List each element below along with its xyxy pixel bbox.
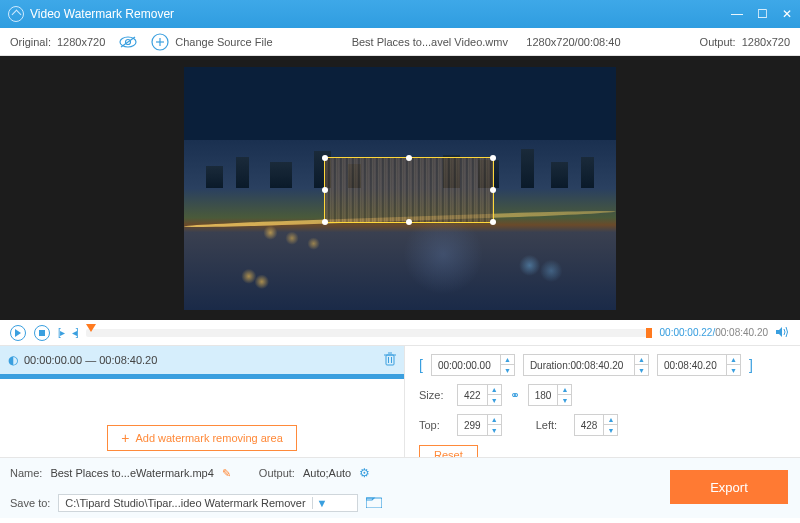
pos-left-input[interactable]: 428 ▲▼ [574, 414, 619, 436]
app-title: Video Watermark Remover [30, 7, 174, 21]
stop-button[interactable] [34, 325, 50, 341]
time-display: 00:00:00.22/00:08:40.20 [660, 327, 768, 338]
export-button[interactable]: Export [670, 470, 788, 504]
left-label: Left: [536, 419, 566, 431]
current-filename: Best Places to...avel Video.wmv [352, 36, 508, 48]
playback-bar: [▸ ◂] 00:00:00.22/00:08:40.20 [0, 320, 800, 346]
spin-up[interactable]: ▲ [635, 355, 648, 365]
resize-handle-sw[interactable] [322, 219, 328, 225]
original-label: Original: [10, 36, 51, 48]
segment-icon: ◐ [8, 353, 18, 367]
size-label: Size: [419, 389, 449, 401]
plus-icon: + [121, 430, 129, 446]
volume-icon[interactable] [776, 326, 790, 340]
size-width-input[interactable]: 422 ▲▼ [457, 384, 502, 406]
file-res-duration: 1280x720/00:08:40 [526, 36, 620, 48]
resize-handle-se[interactable] [490, 219, 496, 225]
toolbar: Original: 1280x720 Change Source File Be… [0, 28, 800, 56]
change-source-label: Change Source File [175, 36, 272, 48]
range-duration-input[interactable]: Duration:00:08:40.20 ▲▼ [523, 354, 649, 376]
change-source-button[interactable]: Change Source File [151, 33, 272, 51]
play-button[interactable] [10, 325, 26, 341]
total-time: 00:08:40.20 [715, 327, 768, 338]
end-marker[interactable] [646, 328, 652, 338]
name-label: Name: [10, 467, 42, 479]
app-logo-icon [8, 6, 24, 22]
current-time: 00:00:00.22 [660, 327, 713, 338]
mark-in-button[interactable]: [▸ [58, 327, 64, 338]
delete-segment-button[interactable] [384, 352, 396, 368]
plus-icon [151, 33, 169, 51]
link-aspect-icon[interactable]: ⚭ [510, 388, 520, 402]
output-resolution: Output: 1280x720 [700, 36, 790, 48]
resize-handle-ne[interactable] [490, 155, 496, 161]
spin-down[interactable]: ▼ [727, 365, 740, 375]
resize-handle-e[interactable] [490, 187, 496, 193]
size-height-input[interactable]: 180 ▲▼ [528, 384, 573, 406]
close-button[interactable]: ✕ [782, 7, 792, 21]
output-settings-icon[interactable]: ⚙ [359, 466, 370, 480]
svg-marker-6 [15, 329, 21, 337]
playhead-marker[interactable] [86, 324, 96, 332]
svg-marker-8 [776, 327, 782, 337]
add-area-label: Add watermark removing area [135, 432, 282, 444]
top-label: Top: [419, 419, 449, 431]
browse-folder-icon[interactable] [366, 496, 382, 510]
spin-down[interactable]: ▼ [501, 365, 514, 375]
video-frame[interactable] [184, 67, 616, 310]
mark-out-button[interactable]: ◂] [72, 327, 78, 338]
output-format: Auto;Auto [303, 467, 351, 479]
range-end-input[interactable]: 00:08:40.20 ▲▼ [657, 354, 741, 376]
segment-row[interactable]: ◐ 00:00:00.00 — 00:08:40.20 [0, 346, 404, 374]
settings-area: ◐ 00:00:00.00 — 00:08:40.20 + Add waterm… [0, 346, 800, 457]
add-watermark-area-button[interactable]: + Add watermark removing area [107, 425, 297, 451]
spin-up[interactable]: ▲ [727, 355, 740, 365]
svg-rect-9 [386, 355, 394, 365]
chevron-down-icon[interactable]: ▼ [312, 497, 332, 509]
minimize-button[interactable]: — [731, 7, 743, 21]
pos-top-input[interactable]: 299 ▲▼ [457, 414, 502, 436]
segment-range: 00:00:00.00 — 00:08:40.20 [24, 354, 378, 366]
svg-rect-7 [39, 330, 45, 336]
output-value: 1280x720 [742, 36, 790, 48]
output-format-label: Output: [259, 467, 295, 479]
save-to-label: Save to: [10, 497, 50, 509]
titlebar: Video Watermark Remover — ☐ ✕ [0, 0, 800, 28]
properties-pane: [ 00:00:00.00 ▲▼ Duration:00:08:40.20 ▲▼… [405, 346, 800, 457]
resize-handle-w[interactable] [322, 187, 328, 193]
original-resolution: Original: 1280x720 [10, 36, 105, 48]
save-path: C:\Tipard Studio\Tipar...ideo Watermark … [65, 497, 305, 509]
spin-up[interactable]: ▲ [501, 355, 514, 365]
output-label: Output: [700, 36, 736, 48]
save-path-dropdown[interactable]: C:\Tipard Studio\Tipar...ideo Watermark … [58, 494, 358, 512]
range-end-bracket-icon[interactable]: ] [749, 357, 753, 373]
output-name: Best Places to...eWatermark.mp4 [50, 467, 213, 479]
range-start-input[interactable]: 00:00:00.00 ▲▼ [431, 354, 515, 376]
resize-handle-n[interactable] [406, 155, 412, 161]
resize-handle-nw[interactable] [322, 155, 328, 161]
timeline-track[interactable] [86, 329, 652, 337]
range-start-bracket-icon[interactable]: [ [419, 357, 423, 373]
video-preview [0, 56, 800, 320]
preview-toggle-icon[interactable] [119, 36, 137, 48]
spin-down[interactable]: ▼ [635, 365, 648, 375]
original-value: 1280x720 [57, 36, 105, 48]
maximize-button[interactable]: ☐ [757, 7, 768, 21]
resize-handle-s[interactable] [406, 219, 412, 225]
edit-name-icon[interactable]: ✎ [222, 467, 231, 480]
watermark-selection-box[interactable] [324, 157, 494, 223]
segments-pane: ◐ 00:00:00.00 — 00:08:40.20 + Add waterm… [0, 346, 405, 457]
footer: Name: Best Places to...eWatermark.mp4 ✎ … [0, 457, 800, 518]
